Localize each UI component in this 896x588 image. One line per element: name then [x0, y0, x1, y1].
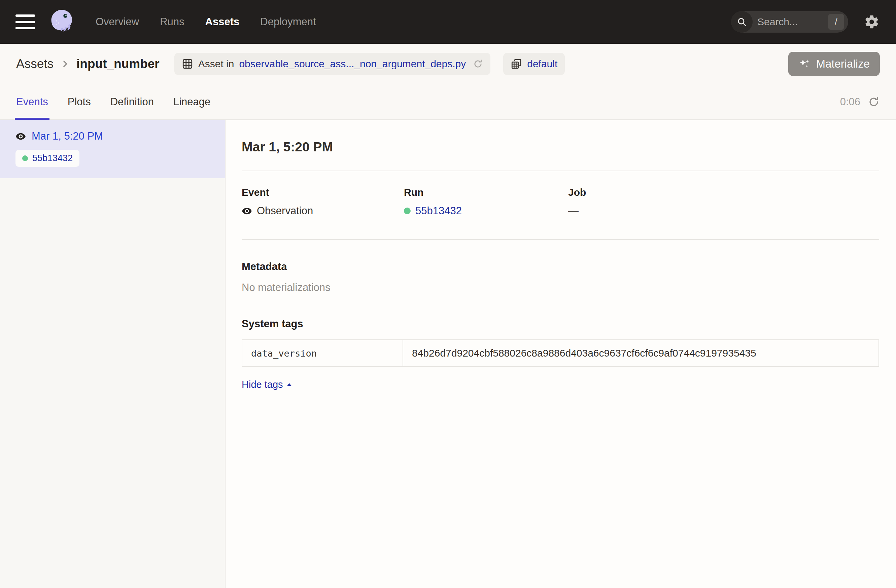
repo-copies-icon: [510, 58, 522, 70]
observation-eye-icon: [15, 131, 26, 141]
refresh-icon[interactable]: [868, 96, 880, 108]
run-id-link[interactable]: 55b13432: [415, 205, 462, 217]
tab-definition[interactable]: Definition: [110, 84, 154, 120]
materialize-button[interactable]: Materialize: [788, 52, 880, 76]
observation-eye-icon: [242, 206, 252, 216]
tab-lineage[interactable]: Lineage: [173, 84, 210, 120]
asset-in-label: Asset in: [198, 58, 234, 70]
run-success-dot: [22, 155, 28, 161]
event-detail-panel: Mar 1, 5:20 PM Event Observation Run 55b…: [226, 120, 896, 588]
metadata-heading: Metadata: [242, 261, 879, 273]
event-column: Event Observation: [242, 187, 404, 217]
hide-tags-link[interactable]: Hide tags: [242, 379, 292, 390]
run-column-header: Run: [404, 187, 568, 198]
search-shortcut-badge: /: [828, 14, 844, 30]
job-empty-value: —: [568, 205, 579, 217]
event-detail-title: Mar 1, 5:20 PM: [242, 140, 879, 154]
event-list-item-selected[interactable]: Mar 1, 5:20 PM 55b13432: [0, 120, 225, 178]
caret-up-icon: [286, 383, 292, 386]
tab-events[interactable]: Events: [16, 84, 48, 120]
breadcrumb-assets-link[interactable]: Assets: [16, 57, 53, 71]
divider: [242, 170, 879, 171]
tab-plots[interactable]: Plots: [68, 84, 91, 120]
nav-item-assets[interactable]: Assets: [205, 16, 240, 28]
reload-definition-icon[interactable]: [473, 59, 483, 69]
divider: [242, 239, 879, 240]
settings-gear-icon[interactable]: [863, 13, 881, 30]
event-timestamp-link[interactable]: Mar 1, 5:20 PM: [32, 130, 103, 142]
event-detail-grid: Event Observation Run 55b13432 Job —: [242, 187, 879, 217]
primary-nav: Overview Runs Assets Deployment: [96, 16, 316, 28]
run-id-link[interactable]: 55b13432: [32, 153, 73, 164]
top-navigation-bar: Overview Runs Assets Deployment /: [0, 0, 896, 44]
run-success-dot: [404, 208, 411, 214]
refresh-countdown: 0:06: [840, 96, 860, 108]
system-tags-heading: System tags: [242, 318, 879, 330]
metadata-empty-text: No materializations: [242, 281, 879, 294]
global-search[interactable]: /: [731, 11, 848, 33]
job-column: Job —: [568, 187, 879, 217]
dagster-octopus-logo[interactable]: [49, 8, 76, 36]
asset-header: Assets input_number Asset in observable_…: [0, 44, 896, 84]
table-grid-icon: [182, 58, 193, 70]
asset-tabs: Events Plots Definition Lineage 0:06: [0, 84, 896, 120]
hide-tags-label: Hide tags: [242, 379, 283, 390]
event-column-header: Event: [242, 187, 404, 198]
nav-item-overview[interactable]: Overview: [96, 16, 139, 28]
tag-value-cell: 84b26d7d9204cbf588026c8a9886d403a6c9637c…: [403, 340, 879, 366]
run-column: Run 55b13432: [404, 187, 568, 217]
search-icon: [731, 11, 753, 33]
job-column-header: Job: [568, 187, 879, 198]
code-location-link[interactable]: default: [527, 58, 558, 70]
tag-key-cell: data_version: [242, 340, 403, 366]
run-tag-pill[interactable]: 55b13432: [15, 150, 79, 167]
system-tags-table: data_version 84b26d7d9204cbf588026c8a988…: [242, 339, 879, 367]
nav-item-runs[interactable]: Runs: [160, 16, 184, 28]
event-list-sidebar: Mar 1, 5:20 PM 55b13432: [0, 120, 226, 588]
sparkles-icon: [798, 58, 811, 70]
asset-definition-file-link[interactable]: observable_source_ass..._non_argument_de…: [239, 58, 466, 70]
nav-item-deployment[interactable]: Deployment: [260, 16, 316, 28]
event-type-value: Observation: [257, 205, 313, 217]
search-input[interactable]: [753, 16, 828, 27]
asset-location-pill: Asset in observable_source_ass..._non_ar…: [174, 53, 491, 75]
hamburger-menu-icon[interactable]: [15, 14, 35, 29]
code-location-pill[interactable]: default: [503, 53, 565, 75]
materialize-label: Materialize: [816, 58, 870, 70]
chevron-right-icon: [60, 59, 70, 68]
asset-name-title: input_number: [76, 57, 160, 71]
